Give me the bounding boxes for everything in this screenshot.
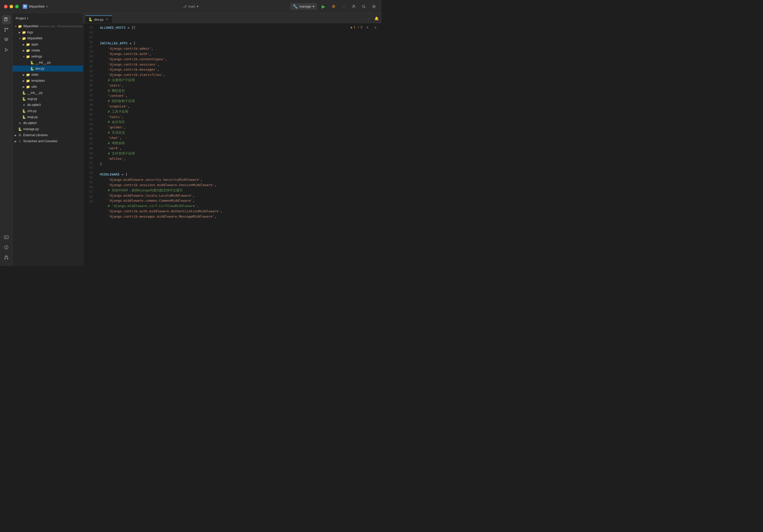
- sidebar-item-media[interactable]: ▶ 📁 media: [13, 47, 83, 53]
- sidebar-item-templates[interactable]: ▶ 📁 templates: [13, 78, 83, 84]
- tree-arrow-templates: ▶: [22, 79, 26, 83]
- git-icon[interactable]: [2, 25, 11, 34]
- project-dropdown-icon: ▾: [46, 5, 48, 8]
- titlebar: W WipasWeb ▾ ⎇ main ▾ 🔧 manage ▾ ▶ ⚙ ···: [0, 0, 382, 13]
- sidebar-item-settings[interactable]: ▾ 📁 settings: [13, 53, 83, 59]
- manage-label: manage: [299, 5, 311, 8]
- minimize-button[interactable]: [10, 5, 13, 8]
- settings-button[interactable]: [371, 3, 378, 10]
- code-line-53: 'django.contrib.sessions.middleware.Sess…: [96, 183, 382, 188]
- tab-close-button[interactable]: ✕: [105, 17, 109, 22]
- folder-icon-templates: 📁: [26, 78, 30, 83]
- sidebar-item-init-wipas[interactable]: ▶ 🐍 __init__.py: [13, 90, 83, 96]
- sidebar-item-init-settings[interactable]: ▶ 🐍 __init__.py: [13, 59, 83, 65]
- editor-bell-button[interactable]: 🔔: [374, 15, 380, 22]
- sidebar-item-wsgi[interactable]: ▶ 🐍 wsgi.py: [13, 114, 83, 120]
- sidebar-item-dev-py[interactable]: ▶ 🐍 dev.py: [13, 65, 83, 72]
- layers-icon[interactable]: [2, 35, 11, 44]
- more-options-button[interactable]: ···: [340, 3, 347, 10]
- svg-point-5: [7, 28, 8, 29]
- sidebar-item-ext-libs[interactable]: ▶ 🏛 External Libraries: [13, 132, 83, 138]
- code-editor[interactable]: ALLOWED_HOSTS = [] INSTALLED_APPS = [ 'd…: [96, 23, 382, 266]
- run-icon[interactable]: [2, 45, 11, 54]
- manage-button[interactable]: 🔧 manage ▾: [290, 3, 317, 10]
- folder-icon-static: 📁: [26, 72, 30, 77]
- close-button[interactable]: [4, 5, 8, 8]
- tree-label-settings: settings: [31, 55, 42, 58]
- debug-button[interactable]: ⚙: [330, 3, 337, 10]
- code-line-24: [96, 31, 382, 36]
- code-line-59: 'django.contrib.messages.middleware.Mess…: [96, 214, 382, 220]
- sidebar-header: Project ▾: [13, 13, 83, 23]
- sidebar-item-wipas-inner[interactable]: ▾ 📁 WipasWeb: [13, 35, 83, 42]
- sidebar-item-utils[interactable]: ▶ 📁 utils: [13, 84, 83, 90]
- tree-label-asgi: asgi.py: [27, 97, 37, 101]
- code-line-36: 'content',: [96, 93, 382, 99]
- code-line-51: MIDDLEWARE = [: [96, 172, 382, 177]
- sidebar-item-asgi[interactable]: ▶ 🐍 asgi.py: [13, 96, 83, 102]
- code-line-46: 'work',: [96, 146, 382, 151]
- sidebar-title-text: Project: [16, 16, 26, 20]
- user-button[interactable]: [350, 3, 357, 10]
- error-count[interactable]: ✓ 2: [357, 26, 362, 29]
- svg-point-2: [374, 6, 375, 7]
- warnings-up-button[interactable]: ∧: [364, 24, 371, 30]
- sidebar-item-apps[interactable]: ▶ 📁 apps: [13, 42, 83, 47]
- search-button[interactable]: [360, 3, 367, 10]
- code-line-43: # 互动交流: [96, 130, 382, 135]
- sidebar-item-db-inner[interactable]: ▶ ≡ db.sqlite3: [13, 102, 83, 108]
- code-line-35: # 网站首页: [96, 88, 382, 94]
- tree-label-urls: urls.py: [27, 109, 37, 113]
- sidebar-item-db-root[interactable]: ▶ ≡ db.sqlite3: [13, 120, 83, 126]
- folder-icon-utils: 📁: [26, 84, 30, 89]
- code-line-58: 'django.contrib.auth.middleware.Authenti…: [96, 209, 382, 214]
- manage-dropdown-icon: ▾: [313, 5, 314, 8]
- ext-libs-icon: 🏛: [18, 133, 22, 137]
- code-line-27: 'django.contrib.admin',: [96, 46, 382, 51]
- maximize-button[interactable]: [15, 5, 19, 8]
- branch-name: main: [188, 5, 195, 8]
- sidebar-title[interactable]: Project ▾: [16, 16, 29, 20]
- code-line-25: [96, 36, 382, 41]
- sidebar-item-urls[interactable]: ▶ 🐍 urls.py: [13, 108, 83, 114]
- sidebar-item-scratches[interactable]: ▶ ≡ Scratches and Consoles: [13, 138, 83, 144]
- sidebar: Project ▾ ▾ 📁 WipasWeb sources root, ~/D…: [13, 13, 83, 266]
- sidebar-item-static[interactable]: ▶ 📁 static: [13, 72, 83, 78]
- sidebar-item-manage-py[interactable]: ▶ 🐍 manage.py: [13, 126, 83, 132]
- svg-point-4: [5, 28, 6, 29]
- project-title[interactable]: W WipasWeb ▾: [23, 4, 48, 9]
- warnings-down-button[interactable]: ∨: [373, 24, 379, 30]
- vcs-icon[interactable]: [2, 253, 11, 262]
- branch-info[interactable]: ⎇ main ▾: [183, 5, 199, 8]
- tree-arrow-media: ▶: [22, 48, 26, 52]
- folder-icon-settings: 📁: [26, 54, 30, 59]
- tree-arrow-utils: ▶: [22, 85, 26, 89]
- warning-count[interactable]: ▲ 1: [350, 26, 356, 29]
- tree-label-db-root: db.sqlite3: [23, 121, 37, 125]
- code-line-34: 'users',: [96, 83, 382, 88]
- py-icon-urls: 🐍: [22, 109, 26, 113]
- svg-point-10: [5, 258, 6, 259]
- terminal-icon[interactable]: [2, 233, 11, 242]
- editor-more-button[interactable]: ···: [365, 15, 372, 22]
- code-line-42: 'golden',: [96, 125, 382, 130]
- sidebar-item-logs[interactable]: ▶ 📁 logs: [13, 29, 83, 35]
- line-numbers: 23 24 25 26 27 28 29 30 31 32 33 34 35 3…: [83, 23, 96, 266]
- tree-arrow-logs: ▶: [18, 30, 22, 34]
- run-button[interactable]: ▶: [320, 3, 327, 10]
- py-icon-dev-py: 🐍: [30, 66, 34, 71]
- sidebar-item-wipas-root[interactable]: ▾ 📁 WipasWeb sources root, ~/Desktop/myC…: [13, 23, 83, 29]
- tab-bar-left: 🐍 dev.py ✕: [85, 15, 112, 23]
- tree-label-init-wipas: __init__.py: [27, 91, 43, 95]
- code-line-41: # 金石专区: [96, 120, 382, 125]
- code-line-33: # 注册用户子应用: [96, 78, 382, 83]
- files-icon[interactable]: [2, 15, 11, 24]
- tree-label-wipas-root: WipasWeb sources root, ~/Desktop/myCode/…: [23, 25, 82, 28]
- tree-label-apps: apps: [31, 43, 38, 46]
- code-line-54: # 添加中间件，使得Django内置功能支持中文显示: [96, 188, 382, 193]
- tree-label-wsgi: wsgi.py: [27, 115, 38, 119]
- tab-dev-py[interactable]: 🐍 dev.py ✕: [85, 15, 112, 23]
- code-line-55: 'django.middleware.locale.LocaleMiddlewa…: [96, 193, 382, 199]
- sidebar-tree: ▾ 📁 WipasWeb sources root, ~/Desktop/myC…: [13, 23, 83, 266]
- info-icon[interactable]: [2, 243, 11, 252]
